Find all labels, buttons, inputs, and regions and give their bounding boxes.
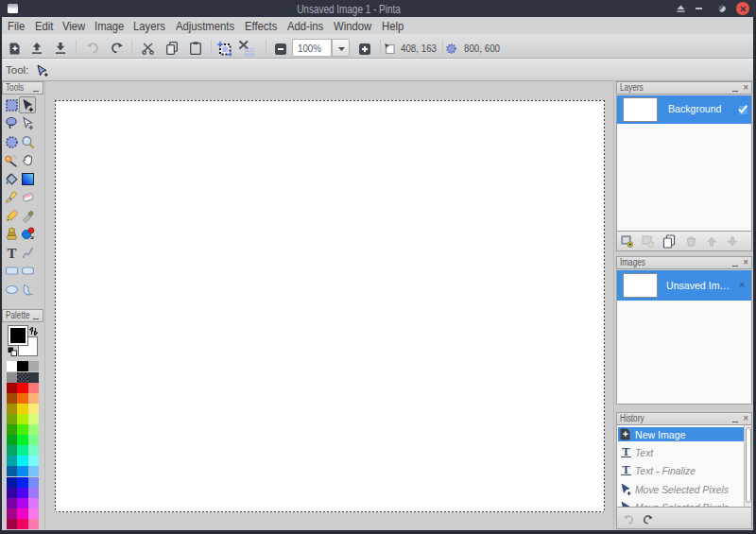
svg-text:T: T	[7, 246, 16, 260]
